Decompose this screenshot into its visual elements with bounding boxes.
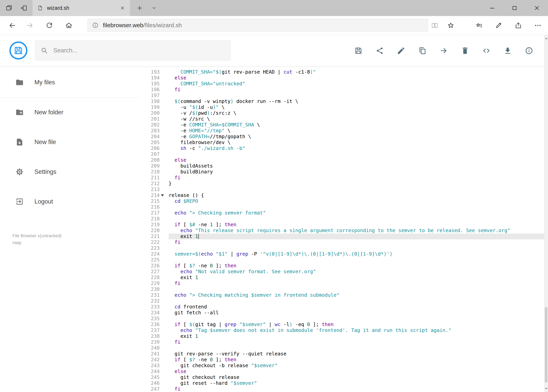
code-line[interactable]: 246 git reset --hard "$semver" xyxy=(140,380,548,386)
code-line[interactable]: 214release () { xyxy=(140,192,548,198)
download-button[interactable] xyxy=(503,46,512,55)
code-line[interactable]: 240 xyxy=(140,345,548,351)
rename-button[interactable] xyxy=(396,46,406,55)
code-line[interactable]: 215 cd $REPO xyxy=(140,198,548,204)
toggle-editor-button[interactable] xyxy=(482,46,491,55)
home-button[interactable] xyxy=(62,19,76,32)
code-line[interactable]: 218 xyxy=(140,216,548,222)
code-editor[interactable]: 193 COMMIT_SHA="$(git rev-parse HEAD | c… xyxy=(140,66,548,392)
new-tab-button[interactable] xyxy=(134,0,145,16)
code-line[interactable]: 242 if [ $? -ne 0 ]; then xyxy=(140,357,548,363)
code-line[interactable]: 247 fi xyxy=(140,386,548,392)
scroll-up-arrow[interactable] xyxy=(544,35,548,42)
code-line[interactable]: 245 git checkout release xyxy=(140,374,548,380)
share-button[interactable] xyxy=(512,19,525,32)
sidebar-item-my-files[interactable]: My files xyxy=(0,68,140,97)
copy-button[interactable] xyxy=(418,46,427,55)
code-line[interactable]: 234 git fetch --all xyxy=(140,310,548,316)
code-line[interactable]: 193 COMMIT_SHA="$(git rev-parse HEAD | c… xyxy=(140,69,548,75)
code-line[interactable]: 210 buildBinary xyxy=(140,169,548,175)
refresh-button[interactable] xyxy=(42,19,56,32)
code-line[interactable]: 203 -e HOME="//tmp" \ xyxy=(140,128,548,134)
code-line[interactable]: 226 if [ $? -ne 0 ]; then xyxy=(140,263,548,269)
fold-arrow-icon[interactable] xyxy=(161,194,164,196)
page-scrollbar[interactable] xyxy=(544,35,548,392)
code-line[interactable]: 197 xyxy=(140,93,548,98)
code-line[interactable]: 200 -v /$(pwd):/src:z \ xyxy=(140,110,548,116)
maximize-button[interactable] xyxy=(503,0,526,16)
browser-tab[interactable]: wizard.sh xyxy=(33,0,130,16)
close-tab-icon[interactable] xyxy=(120,5,125,11)
back-button[interactable] xyxy=(6,19,19,32)
code-line[interactable]: 195 COMMIT_SHA="untracked" xyxy=(140,81,548,87)
add-favorite-button[interactable] xyxy=(444,19,457,32)
show-tab-previews-button[interactable] xyxy=(149,0,159,16)
forward-button[interactable] xyxy=(23,19,37,32)
code-line[interactable]: 237 echo "Tag $semver does not exist in … xyxy=(140,327,548,333)
code-line[interactable]: 231 echo "> Checking matching $semver in… xyxy=(140,292,548,298)
code-line[interactable]: 222 fi xyxy=(140,239,548,245)
code-line[interactable]: 235 xyxy=(140,316,548,322)
move-button[interactable] xyxy=(439,46,448,55)
site-info-icon[interactable] xyxy=(92,22,99,28)
sidebar-item-logout[interactable]: Logout xyxy=(0,187,140,217)
code-line[interactable]: 206 sh -c "./wizard.sh -b" xyxy=(140,145,548,151)
address-bar[interactable]: filebrowser.web/files/wizard.sh xyxy=(87,19,428,32)
share-file-button[interactable] xyxy=(375,46,384,55)
code-line[interactable]: 205 filebrowser/dev \ xyxy=(140,140,548,145)
code-line[interactable]: 224 semver=$(echo "$1" | grep -P '^v(0|[… xyxy=(140,251,548,257)
code-line[interactable]: 220 echo "This release script requires a… xyxy=(140,228,548,233)
search-bar[interactable] xyxy=(35,40,231,61)
code-line[interactable]: 236 if [ $(git tag | grep "$semver" | wc… xyxy=(140,322,548,327)
code-line[interactable]: 211 fi xyxy=(140,175,548,181)
hub-button[interactable] xyxy=(473,19,486,32)
tabs-set-aside-button[interactable] xyxy=(3,0,15,16)
code-line[interactable]: 219 if [ $# -ne 1 ]; then xyxy=(140,222,548,228)
code-line[interactable]: 232 xyxy=(140,298,548,304)
reading-view-button[interactable] xyxy=(429,19,441,32)
code-line[interactable]: 229 fi xyxy=(140,280,548,286)
code-line[interactable]: 194 else xyxy=(140,75,548,81)
code-line[interactable]: 230 xyxy=(140,286,548,292)
code-line[interactable]: 196 fi xyxy=(140,87,548,93)
code-line[interactable]: 243 git checkout -b release "$semver" xyxy=(140,363,548,369)
code-line[interactable]: 207 xyxy=(140,151,548,157)
close-button[interactable] xyxy=(526,0,548,16)
code-line[interactable]: 223 xyxy=(140,245,548,251)
web-note-button[interactable] xyxy=(493,19,505,32)
code-line[interactable]: 216 xyxy=(140,204,548,210)
set-tabs-aside-button[interactable] xyxy=(18,0,30,16)
code-line[interactable]: 238 exit 1 xyxy=(140,333,548,339)
app-logo[interactable] xyxy=(9,42,28,59)
code-line[interactable]: 241 git rev-parse --verify --quiet relea… xyxy=(140,351,548,357)
code-line[interactable]: 204 -e GOPATH=//tmp/gopath \ xyxy=(140,134,548,140)
code-line[interactable]: 228 exit 1 xyxy=(140,275,548,280)
sidebar-item-new-file[interactable]: New file xyxy=(0,127,140,157)
code-line[interactable]: 239 fi xyxy=(140,339,548,345)
code-line[interactable]: 225 xyxy=(140,257,548,263)
code-line[interactable]: 244 else xyxy=(140,369,548,374)
code-line[interactable]: 198 $(command -v winpty) docker run --rm… xyxy=(140,98,548,104)
scrollbar-thumb[interactable] xyxy=(545,307,548,383)
code-line[interactable]: 209 buildAssets xyxy=(140,163,548,169)
info-button[interactable] xyxy=(525,46,534,55)
code-line[interactable]: 227 echo "Not valid semver format. See s… xyxy=(140,269,548,275)
code-line[interactable]: 199 -u "$(id -u)" \ xyxy=(140,104,548,110)
code-line[interactable]: 212} xyxy=(140,181,548,187)
save-button[interactable] xyxy=(354,46,363,55)
code-line[interactable]: 233 cd frontend xyxy=(140,304,548,310)
sidebar-item-settings[interactable]: Settings xyxy=(0,157,140,187)
code-line[interactable]: 202 -e COMMIT_SHA=$COMMIT_SHA \ xyxy=(140,122,548,128)
scroll-down-arrow[interactable] xyxy=(544,385,548,392)
code-line[interactable]: 213 xyxy=(140,187,548,192)
minimize-button[interactable] xyxy=(481,0,503,16)
code-line[interactable]: 201 -w //src \ xyxy=(140,116,548,122)
sidebar-item-new-folder[interactable]: New folder xyxy=(0,98,140,127)
more-button[interactable] xyxy=(532,19,544,32)
code-line[interactable]: 221 exit 1 xyxy=(140,233,548,239)
help-link[interactable]: Help xyxy=(13,239,62,246)
code-line[interactable]: 217 echo "> Checking semver format" xyxy=(140,210,548,216)
search-input[interactable] xyxy=(53,47,225,54)
delete-button[interactable] xyxy=(461,46,470,55)
code-line[interactable]: 208 else xyxy=(140,157,548,163)
